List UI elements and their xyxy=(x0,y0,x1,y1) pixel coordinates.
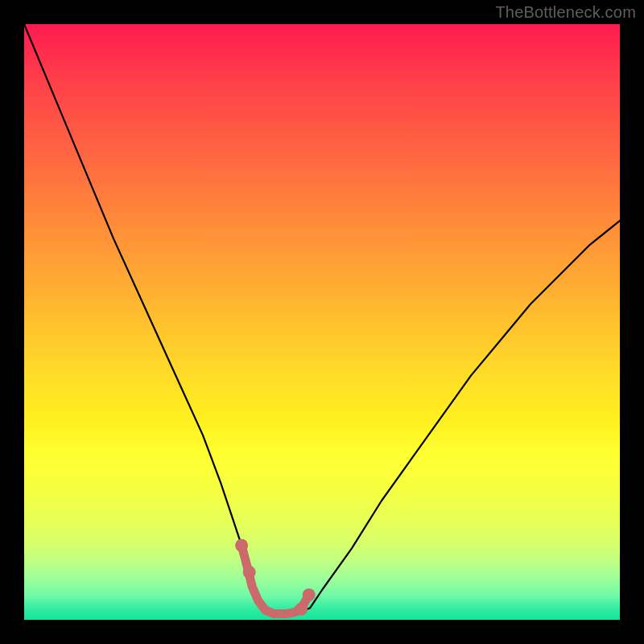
trough-marker xyxy=(295,603,308,616)
trough-marker xyxy=(235,539,248,552)
watermark-text: TheBottleneck.com xyxy=(495,3,636,22)
bottleneck-curve xyxy=(24,24,620,614)
plot-area xyxy=(24,24,620,620)
trough-marker xyxy=(303,588,316,601)
curve-svg xyxy=(24,24,620,620)
trough-marker xyxy=(243,566,256,579)
chart-frame: TheBottleneck.com xyxy=(0,0,644,644)
